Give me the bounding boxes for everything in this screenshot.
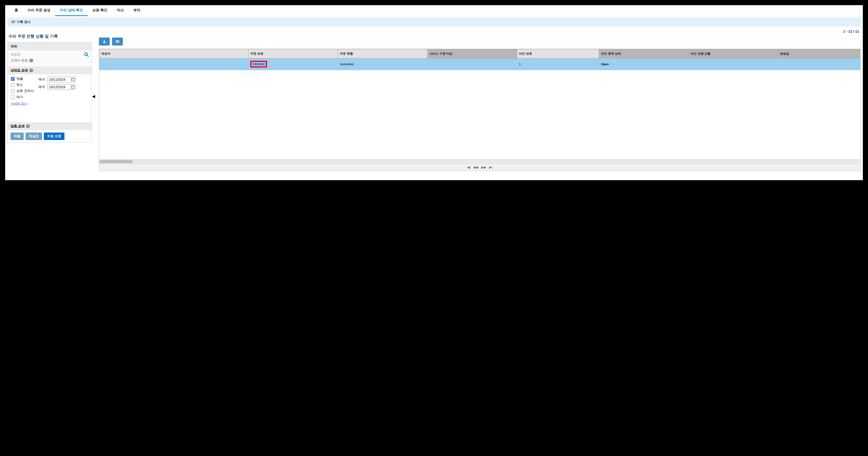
- col-author[interactable]: 작성자: [99, 49, 248, 58]
- col-line-no[interactable]: 라인 번호: [517, 49, 599, 58]
- content-area: 수리 주문 진행 상황 및 기록 계좌 계정명 고객사 번호 i: [5, 27, 863, 176]
- sidebar-title: 수리 주문 진행 상황 및 기록: [8, 33, 92, 39]
- checkbox-cancelled-label: 취소: [17, 83, 23, 87]
- svg-rect-4: [118, 40, 119, 43]
- checkbox-cancelled[interactable]: 취소: [11, 83, 34, 87]
- table-header-row: 작성자 주문 번호 주문 현황 서비스 구분 타입 라인 번호 라인 항목 상태…: [99, 49, 860, 58]
- to-date-label: 에게: [38, 85, 45, 89]
- checkbox-submitted[interactable]: 제출: [11, 77, 34, 81]
- cell-line-item-status: Open: [599, 58, 689, 70]
- cell-line-progress: [689, 58, 778, 70]
- order-number-link[interactable]: XXXXXX: [250, 61, 267, 67]
- button-row: 제출 재설정 지원 요청: [8, 130, 92, 142]
- cell-line-no: 1: [517, 58, 599, 70]
- account-name-input[interactable]: 계정명: [10, 53, 21, 57]
- status-search-label: 상태로 검색: [10, 68, 28, 73]
- chevron-left-icon: ◀: [92, 94, 95, 98]
- cell-order-status: Submitted: [338, 58, 428, 70]
- filter-panel: 계좌 계정명 고객사 번호 i 상태로 검색 i: [7, 42, 92, 143]
- columns-icon: [115, 39, 120, 44]
- tab-asset[interactable]: 자산: [112, 5, 128, 16]
- checkbox-submitted-label: 제출: [17, 77, 23, 81]
- download-icon: [102, 39, 106, 44]
- checkbox-waiting-label: 대기: [17, 95, 23, 99]
- checkbox-pending-label: 보류 견적서: [17, 89, 34, 93]
- nav-tabs: 홈 수리 주문 생성 수리 상태 확인 보증 확인 자산 계약: [5, 5, 863, 16]
- sidebar: 수리 주문 진행 상황 및 기록 계좌 계정명 고객사 번호 i: [7, 29, 92, 171]
- custom-search-label: 맞춤 검색: [10, 124, 25, 128]
- svg-point-0: [85, 53, 87, 56]
- horizontal-scrollbar[interactable]: [99, 159, 860, 164]
- results-grid: 작성자 주문 번호 주문 현황 서비스 구분 타입 라인 번호 라인 항목 상태…: [99, 49, 861, 171]
- tab-home[interactable]: 홈: [10, 5, 23, 16]
- reset-button[interactable]: 재설정: [26, 133, 42, 140]
- records-banner: 11' 기록 표시: [7, 18, 861, 27]
- col-order-no[interactable]: 주문 번호: [248, 49, 338, 58]
- custom-search-header: 맞춤 검색 i: [8, 122, 92, 130]
- account-header: 계좌: [8, 42, 92, 51]
- pagination-info: 1 - 11 / 11: [99, 29, 861, 33]
- cell-service-type: [428, 58, 517, 70]
- tab-contract[interactable]: 계약: [128, 5, 145, 16]
- checkbox-pending-input[interactable]: [11, 89, 14, 93]
- search-icon[interactable]: [84, 52, 89, 57]
- app-window: 홈 수리 주문 생성 수리 상태 확인 보증 확인 자산 계약 11' 기록 표…: [5, 5, 863, 181]
- scrollbar-thumb[interactable]: [100, 160, 132, 163]
- info-icon[interactable]: i: [29, 68, 33, 72]
- columns-button[interactable]: [112, 37, 123, 46]
- info-icon[interactable]: i: [29, 59, 33, 62]
- checkbox-pending[interactable]: 보류 견적서: [11, 89, 34, 93]
- from-date-label: 에서: [38, 78, 45, 82]
- status-search-body: 제출 취소 보류 견적서: [8, 74, 92, 108]
- checkbox-submitted-input[interactable]: [11, 77, 14, 81]
- pager-first-icon[interactable]: I◀: [467, 165, 470, 169]
- checkbox-waiting[interactable]: 대기: [11, 95, 34, 99]
- svg-rect-3: [117, 40, 118, 43]
- spacer: [8, 108, 92, 122]
- collapse-sidebar-handle[interactable]: ◀: [92, 92, 95, 100]
- cell-author: [99, 58, 248, 70]
- col-order-status[interactable]: 주문 현황: [338, 49, 428, 58]
- table-row[interactable]: XXXXXX Submitted 1 Open: [99, 58, 860, 70]
- customer-number-label: 고객사 번호: [10, 58, 28, 63]
- col-ship-date[interactable]: 배송일: [778, 49, 860, 58]
- tab-repair-status[interactable]: 수리 상태 확인: [55, 5, 87, 16]
- col-line-progress[interactable]: 라인 진행 상황: [689, 49, 778, 58]
- pager-last-icon[interactable]: ▶I: [489, 165, 493, 169]
- tab-warranty[interactable]: 보증 확인: [88, 5, 112, 16]
- download-button[interactable]: [99, 37, 110, 46]
- tab-create-order[interactable]: 수리 주문 생성: [23, 5, 55, 16]
- svg-rect-2: [116, 40, 117, 43]
- cell-order-no[interactable]: XXXXXX: [248, 58, 338, 70]
- grid-empty-area: [99, 70, 860, 159]
- show-more-link[interactable]: 자세히 표시: [11, 102, 27, 106]
- cell-ship-date: [778, 58, 860, 70]
- toolbar: [99, 37, 861, 46]
- checkbox-cancelled-input[interactable]: [11, 83, 14, 87]
- info-icon[interactable]: i: [26, 124, 30, 128]
- to-date-input[interactable]: [48, 84, 75, 90]
- main-area: 1 - 11 / 11 작성자: [99, 29, 861, 171]
- account-body: 계정명 고객사 번호 i: [8, 51, 92, 66]
- pager-next-icon[interactable]: ▶▶: [481, 165, 486, 169]
- support-request-button[interactable]: 지원 요청: [44, 133, 64, 140]
- checkbox-waiting-input[interactable]: [11, 95, 14, 99]
- col-line-item-status[interactable]: 라인 항목 상태: [599, 49, 689, 58]
- status-search-header: 상태로 검색 i: [8, 66, 92, 74]
- pager: I◀ ◀◀ ▶▶ ▶I: [99, 164, 860, 171]
- from-date-input[interactable]: [48, 77, 75, 82]
- submit-button[interactable]: 제출: [10, 133, 24, 140]
- pager-prev-icon[interactable]: ◀◀: [473, 165, 478, 169]
- col-service-type[interactable]: 서비스 구분 타입: [428, 49, 517, 58]
- svg-line-1: [87, 55, 89, 57]
